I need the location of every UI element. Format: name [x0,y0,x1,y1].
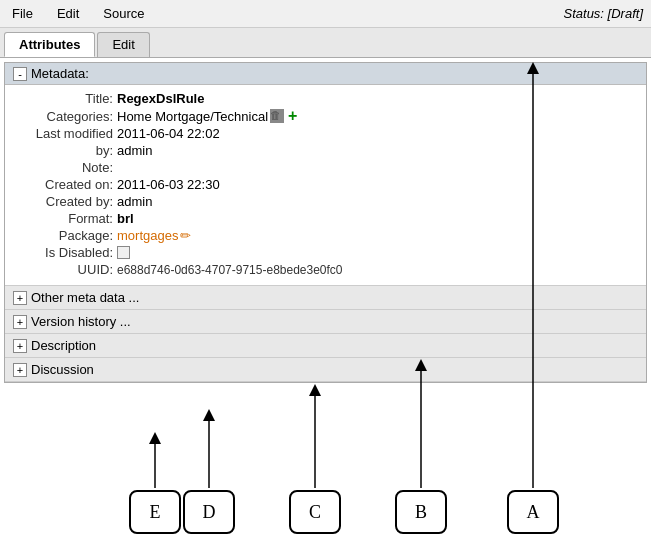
menubar-left: File Edit Source [8,4,149,23]
title-value: RegexDslRule [117,91,204,106]
title-label: Title: [13,91,113,106]
note-row: Note: [13,160,638,175]
other-meta-section[interactable]: + Other meta data ... [5,286,646,310]
created-on-label: Created on: [13,177,113,192]
version-history-section[interactable]: + Version history ... [5,310,646,334]
is-disabled-checkbox[interactable] [117,246,130,259]
categories-row: Categories: Home Mortgage/Technical 🗑 + [13,108,638,124]
package-label: Package: [13,228,113,243]
last-modified-label: Last modified [13,126,113,141]
note-label: Note: [13,160,113,175]
by-row: by: admin [13,143,638,158]
format-row: Format: brl [13,211,638,226]
metadata-content: Title: RegexDslRule Categories: Home Mor… [5,85,646,286]
label-c: C [289,490,341,534]
add-category-icon[interactable]: + [288,108,297,124]
description-toggle[interactable]: + [13,339,27,353]
by-value: admin [117,143,152,158]
menubar: File Edit Source Status: [Draft] [0,0,651,28]
discussion-toggle[interactable]: + [13,363,27,377]
by-label: by: [13,143,113,158]
main-content: - Metadata: Title: RegexDslRule Categori… [4,62,647,383]
discussion-section[interactable]: + Discussion [5,358,646,382]
created-on-value: 2011-06-03 22:30 [117,177,220,192]
created-by-value: admin [117,194,152,209]
edit-menu[interactable]: Edit [53,4,83,23]
is-disabled-label: Is Disabled: [13,245,113,260]
label-e: E [129,490,181,534]
edit-package-icon[interactable]: ✏ [180,228,191,243]
uuid-value: e688d746-0d63-4707-9715-e8bede3e0fc0 [117,263,343,277]
created-by-row: Created by: admin [13,194,638,209]
title-row: Title: RegexDslRule [13,91,638,106]
description-label: Description [31,338,96,353]
tab-attributes[interactable]: Attributes [4,32,95,57]
metadata-section-header: - Metadata: [5,63,646,85]
last-modified-value: 2011-06-04 22:02 [117,126,220,141]
label-d: D [183,490,235,534]
format-label: Format: [13,211,113,226]
label-a: A [507,490,559,534]
is-disabled-row: Is Disabled: [13,245,638,260]
metadata-toggle[interactable]: - [13,67,27,81]
package-value[interactable]: mortgages [117,228,178,243]
source-menu[interactable]: Source [99,4,148,23]
description-section[interactable]: + Description [5,334,646,358]
other-meta-toggle[interactable]: + [13,291,27,305]
version-history-toggle[interactable]: + [13,315,27,329]
file-menu[interactable]: File [8,4,37,23]
discussion-label: Discussion [31,362,94,377]
trash-icon[interactable]: 🗑 [270,109,284,123]
package-row: Package: mortgages ✏ [13,228,638,243]
uuid-label: UUID: [13,262,113,277]
version-history-label: Version history ... [31,314,131,329]
metadata-header-label: Metadata: [31,66,89,81]
uuid-row: UUID: e688d746-0d63-4707-9715-e8bede3e0f… [13,262,638,277]
format-value: brl [117,211,134,226]
categories-value: Home Mortgage/Technical [117,109,268,124]
status-indicator: Status: [Draft] [564,6,643,21]
categories-label: Categories: [13,109,113,124]
last-modified-row: Last modified 2011-06-04 22:02 [13,126,638,141]
other-meta-label: Other meta data ... [31,290,139,305]
created-on-row: Created on: 2011-06-03 22:30 [13,177,638,192]
tab-bar: Attributes Edit [0,28,651,58]
created-by-label: Created by: [13,194,113,209]
label-b: B [395,490,447,534]
tab-edit[interactable]: Edit [97,32,149,57]
